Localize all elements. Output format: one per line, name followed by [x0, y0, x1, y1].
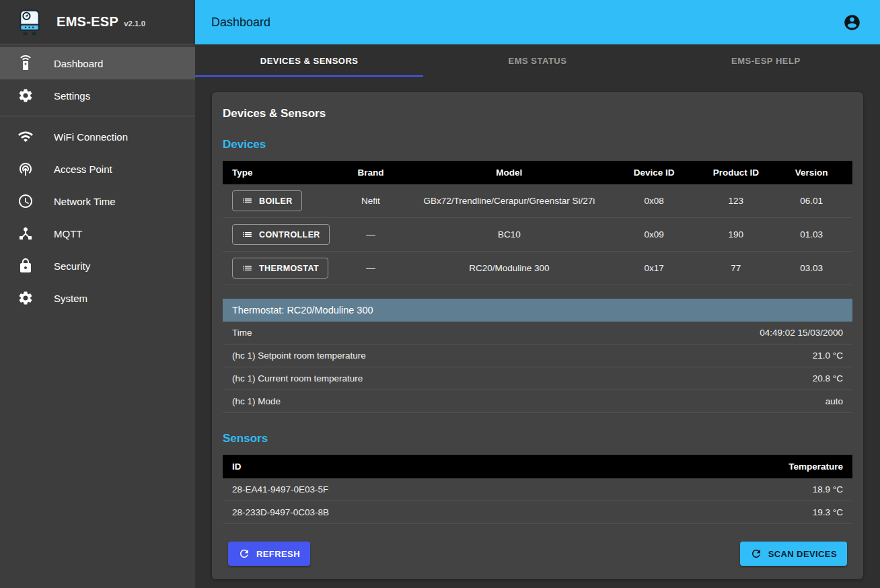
- device-type-label: BOILER: [259, 196, 293, 206]
- detail-label: (hc 1) Current room temperature: [232, 373, 363, 383]
- sidebar-item-dashboard[interactable]: Dashboard: [0, 47, 195, 79]
- sensors-table-header: ID Temperature: [223, 455, 852, 478]
- device-version: 06.01: [770, 184, 852, 218]
- sensors-section: Sensors ID Temperature 28-EA41-9497-0E03…: [223, 432, 852, 524]
- device-brand: —: [330, 218, 412, 252]
- detail-value: 21.0 °C: [813, 351, 843, 361]
- column-header-version: Version: [770, 161, 852, 184]
- table-row: 28-233D-9497-0C03-8B 19.3 °C: [223, 501, 852, 524]
- table-row: 28-EA41-9497-0E03-5F 18.9 °C: [223, 478, 852, 501]
- scan-devices-button[interactable]: SCAN DEVICES: [740, 542, 847, 566]
- sensor-id: 28-233D-9497-0C03-8B: [223, 501, 663, 524]
- list-icon: [242, 195, 253, 207]
- app-version: v2.1.0: [124, 20, 145, 28]
- device-product-id: 190: [701, 218, 770, 252]
- sensors-table: ID Temperature 28-EA41-9497-0E03-5F 18.9…: [223, 455, 852, 524]
- device-type-button-boiler[interactable]: BOILER: [232, 190, 302, 211]
- list-item: (hc 1) Current room temperature 20.8 °C: [223, 367, 852, 390]
- refresh-icon: [750, 548, 762, 560]
- column-header-type: Type: [223, 161, 330, 184]
- device-version: 01.03: [770, 218, 852, 252]
- column-header-product-id: Product ID: [701, 161, 770, 184]
- sensor-temperature: 19.3 °C: [663, 501, 852, 524]
- sidebar-item-label: Access Point: [54, 163, 112, 175]
- devices-table: Type Brand Model Device ID Product ID Ve…: [223, 161, 852, 285]
- scan-devices-button-label: SCAN DEVICES: [768, 549, 837, 559]
- sidebar-item-network-time[interactable]: Network Time: [0, 185, 195, 217]
- device-detail-list: Time 04:49:02 15/03/2000 (hc 1) Setpoint…: [223, 322, 852, 413]
- clock-icon: [17, 193, 34, 209]
- column-header-model: Model: [412, 161, 607, 184]
- refresh-button-label: REFRESH: [256, 549, 300, 559]
- detail-value: 20.8 °C: [813, 373, 843, 383]
- list-icon: [242, 262, 253, 274]
- device-id: 0x09: [607, 218, 701, 252]
- app-title: EMS-ESP: [57, 14, 118, 30]
- list-icon: [242, 229, 253, 240]
- table-row: THERMOSTAT — RC20/Moduline 300 0x17 77 0…: [223, 252, 852, 285]
- sidebar-item-wifi-connection[interactable]: WiFi Connection: [0, 120, 195, 153]
- device-brand: —: [330, 252, 412, 285]
- device-brand: Nefit: [330, 184, 412, 218]
- sidebar-item-label: Network Time: [54, 196, 116, 207]
- page-title: Dashboard: [211, 15, 838, 30]
- account-button[interactable]: [838, 9, 865, 36]
- sidebar-item-security[interactable]: Security: [0, 250, 195, 282]
- devices-table-header: Type Brand Model Device ID Product ID Ve…: [223, 161, 852, 184]
- sidebar-item-label: Security: [54, 260, 90, 272]
- device-hub-icon: [17, 225, 34, 242]
- column-header-brand: Brand: [330, 161, 412, 184]
- gear-icon: [17, 87, 34, 104]
- access-point-icon: [17, 161, 34, 177]
- detail-label: (hc 1) Mode: [232, 396, 281, 406]
- sidebar-item-access-point[interactable]: Access Point: [0, 153, 195, 185]
- device-type-label: THERMOSTAT: [259, 264, 319, 273]
- sidebar-item-system[interactable]: System: [0, 282, 195, 314]
- device-product-id: 77: [701, 252, 770, 285]
- device-version: 03.03: [770, 252, 852, 285]
- actions-row: REFRESH SCAN DEVICES: [223, 542, 852, 566]
- table-row: BOILER Nefit GBx72/Trendline/Cerapur/Gre…: [223, 184, 852, 218]
- device-model: RC20/Moduline 300: [412, 252, 607, 285]
- sidebar-item-mqtt[interactable]: MQTT: [0, 217, 195, 250]
- tab-ems-status[interactable]: EMS STATUS: [423, 44, 651, 77]
- devices-sensors-card: Devices & Sensors Devices Type Brand Mod…: [212, 92, 863, 579]
- boiler-logo-icon: [15, 7, 44, 37]
- sidebar: EMS-ESP v2.1.0 Dashboard Settings WiFi C…: [0, 0, 195, 588]
- tab-label: DEVICES & SENSORS: [260, 56, 359, 66]
- device-type-button-controller[interactable]: CONTROLLER: [232, 224, 330, 245]
- card-title: Devices & Sensors: [223, 107, 852, 120]
- table-row: CONTROLLER — BC10 0x09 190 01.03: [223, 218, 852, 252]
- sidebar-item-label: MQTT: [54, 228, 83, 240]
- devices-heading: Devices: [223, 138, 852, 151]
- tab-ems-esp-help[interactable]: EMS-ESP HELP: [652, 44, 880, 77]
- sidebar-item-label: WiFi Connection: [54, 131, 128, 143]
- sidebar-item-label: Settings: [54, 90, 90, 102]
- sidebar-item-label: System: [54, 293, 87, 304]
- detail-value: auto: [826, 396, 843, 406]
- column-header-device-id: Device ID: [607, 161, 701, 184]
- device-product-id: 123: [701, 184, 770, 218]
- device-model: BC10: [412, 218, 607, 252]
- device-id: 0x08: [607, 184, 701, 218]
- sidebar-nav: Dashboard Settings WiFi Connection Acces…: [0, 44, 195, 314]
- tab-bar: DEVICES & SENSORS EMS STATUS EMS-ESP HEL…: [195, 44, 880, 77]
- gear-icon: [17, 290, 34, 306]
- remote-icon: [17, 55, 34, 71]
- refresh-icon: [238, 548, 250, 560]
- sensor-temperature: 18.9 °C: [663, 478, 852, 501]
- sidebar-divider: [0, 116, 195, 116]
- account-circle-icon: [843, 13, 861, 32]
- list-item: Time 04:49:02 15/03/2000: [223, 322, 852, 344]
- tab-devices-sensors[interactable]: DEVICES & SENSORS: [195, 44, 423, 77]
- column-header-id: ID: [223, 455, 663, 478]
- device-type-button-thermostat[interactable]: THERMOSTAT: [232, 258, 328, 279]
- list-item: (hc 1) Mode auto: [223, 390, 852, 413]
- tab-label: EMS-ESP HELP: [731, 56, 801, 66]
- sidebar-header: EMS-ESP v2.1.0: [0, 0, 195, 44]
- tab-label: EMS STATUS: [509, 56, 567, 66]
- sidebar-item-settings[interactable]: Settings: [0, 79, 195, 112]
- detail-label: (hc 1) Setpoint room temperature: [232, 351, 366, 361]
- device-id: 0x17: [607, 252, 701, 285]
- refresh-button[interactable]: REFRESH: [228, 542, 310, 566]
